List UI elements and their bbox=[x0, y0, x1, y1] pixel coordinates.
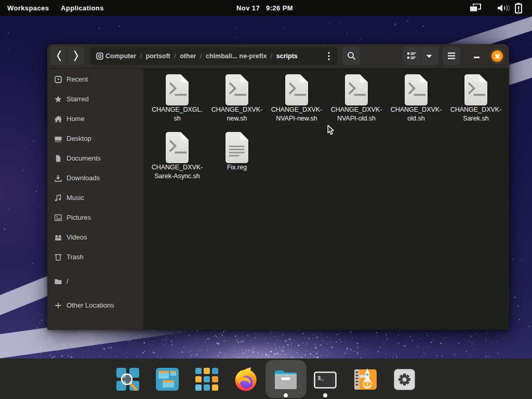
svg-text:$_: $_ bbox=[318, 376, 325, 381]
